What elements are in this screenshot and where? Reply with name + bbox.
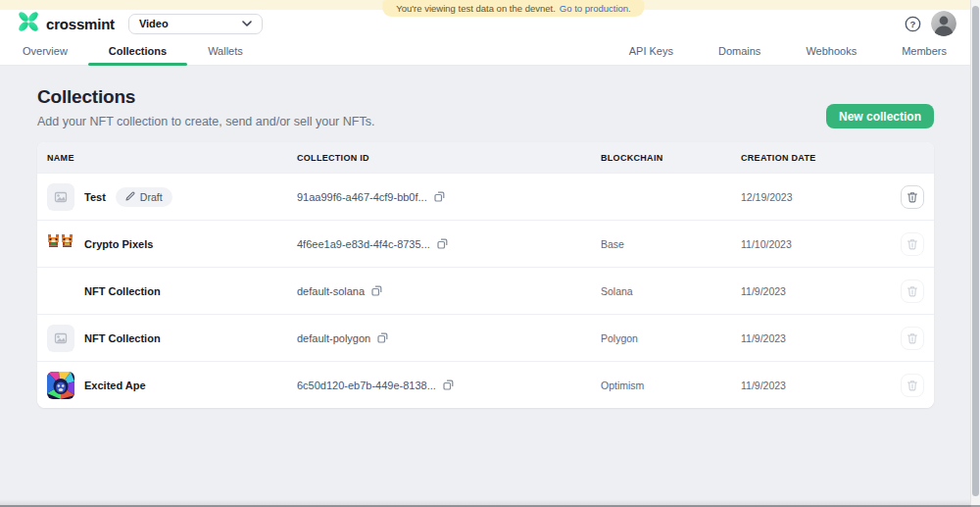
primary-nav: Overview Collections Wallets API Keys Do… — [0, 37, 980, 66]
collections-table: NAME COLLECTION ID BLOCKCHAIN CREATION D… — [37, 142, 934, 408]
devnet-banner: You're viewing test data on the devnet. … — [382, 0, 644, 17]
brand[interactable]: crossmint — [18, 11, 115, 36]
trash-icon[interactable] — [901, 232, 924, 256]
excited-ape-thumbnail — [47, 372, 74, 399]
table-row[interactable]: NFT Collection default-polygon Polygon 1… — [37, 314, 934, 361]
collection-name: NFT Collection — [84, 285, 161, 297]
page-title: Collections — [37, 86, 934, 108]
project-dropdown[interactable]: Video — [128, 14, 263, 34]
blockchain: Base — [601, 238, 741, 250]
table-row[interactable]: Test Draft 91aa99f6-a467-4cf9-bb0f... 12… — [37, 173, 934, 220]
tab-overview[interactable]: Overview — [23, 37, 88, 65]
copy-icon[interactable] — [433, 190, 446, 203]
blockchain: Polygon — [601, 332, 741, 344]
column-header-collection-id: COLLECTION ID — [297, 153, 601, 163]
brand-name: crossmint — [46, 16, 115, 32]
trash-icon[interactable] — [901, 185, 924, 209]
image-placeholder-thumbnail — [47, 325, 74, 352]
crossmint-logo-thumbnail — [47, 278, 74, 305]
column-header-blockchain: BLOCKCHAIN — [601, 153, 741, 163]
trash-icon[interactable] — [901, 279, 924, 303]
creation-date: 11/9/2023 — [741, 380, 888, 391]
project-dropdown-value: Video — [139, 18, 169, 29]
column-header-name: NAME — [47, 153, 297, 163]
tab-webhooks[interactable]: Webhooks — [806, 45, 857, 57]
blockchain: Solana — [601, 285, 741, 297]
pixel-foxes-thumbnail — [47, 230, 74, 258]
image-placeholder-thumbnail — [47, 183, 74, 211]
banner-message: You're viewing test data on the devnet. — [396, 3, 556, 14]
tab-members[interactable]: Members — [902, 45, 947, 57]
table-row[interactable]: NFT Collection default-solana Solana 11/… — [37, 267, 934, 314]
page-subtitle: Add your NFT collection to create, send … — [37, 115, 934, 128]
trash-icon[interactable] — [901, 327, 924, 350]
collection-name: Test — [84, 191, 106, 203]
collection-id: default-solana — [297, 285, 365, 297]
creation-date: 11/9/2023 — [741, 332, 888, 344]
tab-api-keys[interactable]: API Keys — [629, 45, 673, 57]
creation-date: 11/10/2023 — [741, 238, 888, 250]
table-body: Test Draft 91aa99f6-a467-4cf9-bb0f... 12… — [37, 173, 934, 408]
chevron-down-icon — [242, 21, 252, 26]
scrollbar-thumb[interactable] — [972, 6, 979, 496]
copy-icon[interactable] — [376, 331, 389, 344]
svg-text:?: ? — [910, 19, 916, 29]
tab-domains[interactable]: Domains — [718, 45, 760, 57]
status-badge-label: Draft — [140, 191, 163, 203]
creation-date: 11/9/2023 — [741, 285, 888, 297]
trash-icon[interactable] — [901, 374, 924, 397]
collection-id: 6c50d120-eb7b-449e-8138... — [297, 380, 436, 391]
help-icon[interactable]: ? — [905, 16, 921, 32]
copy-icon[interactable] — [442, 379, 455, 391]
copy-icon[interactable] — [370, 284, 383, 297]
new-collection-button[interactable]: New collection — [826, 104, 934, 128]
pencil-icon — [125, 191, 135, 203]
collection-name: NFT Collection — [84, 332, 161, 344]
table-row[interactable]: Excited Ape 6c50d120-eb7b-449e-8138... O… — [37, 361, 934, 408]
collection-name: Excited Ape — [84, 380, 146, 391]
tab-wallets[interactable]: Wallets — [187, 37, 264, 65]
avatar[interactable] — [931, 11, 956, 36]
creation-date: 12/19/2023 — [741, 191, 888, 203]
copy-icon[interactable] — [436, 237, 449, 250]
status-badge: Draft — [116, 187, 172, 207]
blockchain: Optimism — [601, 380, 741, 391]
scrollbar[interactable] — [970, 0, 980, 507]
collection-id: 4f6ee1a9-e83d-4f4c-8735... — [297, 238, 430, 250]
collection-name: Crypto Pixels — [84, 238, 153, 250]
tab-collections[interactable]: Collections — [88, 37, 187, 65]
column-header-creation-date: CREATION DATE — [741, 153, 888, 163]
main-content: Collections Add your NFT collection to c… — [37, 66, 934, 408]
collection-id: default-polygon — [297, 332, 370, 344]
table-header: NAME COLLECTION ID BLOCKCHAIN CREATION D… — [37, 142, 934, 173]
table-row[interactable]: Crypto Pixels 4f6ee1a9-e83d-4f4c-8735...… — [37, 220, 934, 267]
crossmint-logo-icon — [18, 11, 39, 36]
collection-id: 91aa99f6-a467-4cf9-bb0f... — [297, 191, 427, 203]
go-to-production-link[interactable]: Go to production. — [560, 3, 631, 14]
